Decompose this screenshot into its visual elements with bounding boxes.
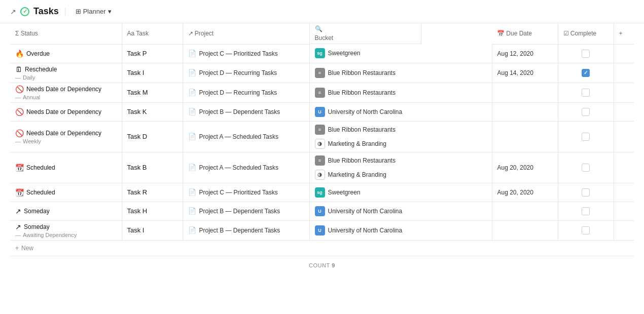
status-column-header[interactable]: Σ Status: [10, 23, 122, 44]
status-icon: 🗓: [15, 65, 22, 73]
task-cell-1[interactable]: Task P: [122, 44, 183, 63]
complete-checkbox[interactable]: [582, 108, 590, 116]
complete-cell-6[interactable]: [558, 152, 614, 183]
project-label: Project B — Dependent Tasks: [199, 208, 280, 215]
bucket-label: Sweetgreen: [328, 50, 361, 57]
task-cell-3[interactable]: Task M: [122, 83, 183, 102]
status-icon: 🔥: [15, 50, 24, 58]
project-cell-6[interactable]: 📄Project A — Scheduled Tasks: [183, 152, 309, 183]
status-badge: 🚫Needs Date or Dependency: [15, 85, 117, 93]
task-name: Task B: [122, 160, 183, 175]
bucket-label: Blue Ribbon Restaurants: [328, 89, 396, 96]
complete-cell-2[interactable]: [558, 63, 614, 83]
bucket-column-header[interactable]: 🔍 Bucket: [310, 23, 421, 44]
status-label: Scheduled: [26, 189, 55, 196]
status-label: Needs Date or Dependency: [26, 86, 101, 93]
complete-checkbox[interactable]: [582, 69, 590, 77]
project-cell-2[interactable]: 📄Project D — Recurring Tasks: [183, 63, 309, 83]
complete-checkbox[interactable]: [582, 133, 590, 141]
due-date-cell-2: Aug 14, 2020: [492, 63, 558, 83]
status-sub-label: — Weekly: [15, 138, 117, 144]
bucket-avatar-br: ≡: [315, 68, 325, 78]
task-name: Task M: [122, 85, 183, 100]
complete-cell-4[interactable]: [558, 102, 614, 121]
bucket-row: UUniversity of North Carolina: [310, 104, 492, 120]
task-cell-6[interactable]: Task B: [122, 152, 183, 183]
bucket-cell-8: UUniversity of North Carolina: [309, 202, 492, 220]
project-cell-9[interactable]: 📄Project B — Dependent Tasks: [183, 220, 309, 240]
project-column-header[interactable]: ↗ Project: [183, 23, 309, 44]
complete-cell-8[interactable]: [558, 202, 614, 220]
status-cell-5: 🚫Needs Date or Dependency— Weekly: [10, 121, 122, 152]
complete-checkbox[interactable]: [582, 89, 590, 97]
complete-checkbox[interactable]: [582, 188, 590, 197]
project-cell-8[interactable]: 📄Project B — Dependent Tasks: [183, 202, 309, 220]
bucket-cell-3: ≡Blue Ribbon Restaurants: [309, 83, 492, 102]
project-label: Project A — Scheduled Tasks: [199, 164, 279, 171]
task-cell-2[interactable]: Task I: [122, 63, 183, 83]
due-date-value: Aug 20, 2020: [492, 160, 558, 175]
due-date-value: [492, 89, 558, 97]
status-cell-9: ↗Someday— Awaiting Dependency: [10, 220, 122, 240]
bucket-avatar-unc: U: [315, 206, 325, 216]
status-icon: 🚫: [15, 108, 24, 116]
task-cell-9[interactable]: Task I: [122, 220, 183, 240]
project-cell-1[interactable]: 📄Project C — Prioritized Tasks: [183, 44, 309, 63]
complete-checkbox[interactable]: [582, 226, 590, 234]
complete-cell-9[interactable]: [558, 220, 614, 240]
complete-checkbox[interactable]: [582, 50, 590, 58]
status-label: Someday: [24, 208, 50, 215]
calendar-icon: 📅: [497, 30, 505, 37]
due-date-column-header[interactable]: 📅 Due Date: [492, 23, 558, 44]
status-icon: ↗: [15, 223, 21, 231]
new-button[interactable]: +New: [15, 245, 629, 252]
complete-cell-3[interactable]: [558, 83, 614, 102]
add-cell: [614, 121, 634, 152]
document-icon: 📄: [188, 108, 196, 115]
bucket-avatar-sg: sg: [315, 187, 325, 198]
task-cell-4[interactable]: Task K: [122, 102, 183, 121]
bucket-row: UUniversity of North Carolina: [310, 203, 492, 219]
status-badge: 🗓Reschedule: [15, 65, 117, 73]
task-cell-7[interactable]: Task R: [122, 183, 183, 202]
planner-button[interactable]: ⊞ Planner ▾: [71, 6, 116, 17]
due-date-value: Aug 12, 2020: [492, 46, 558, 61]
task-cell-5[interactable]: Task D: [122, 121, 183, 152]
table-row: 📆ScheduledTask B📄Project A — Scheduled T…: [10, 152, 634, 183]
task-name: Task R: [122, 184, 183, 200]
task-name: Task K: [122, 104, 183, 120]
document-icon: 📄: [188, 207, 196, 215]
bucket-cell-1: sgSweetgreen: [309, 44, 492, 63]
due-date-value: Aug 14, 2020: [492, 65, 558, 81]
due-date-cell-3: [492, 83, 558, 102]
complete-cell-7[interactable]: [558, 183, 614, 202]
status-cell-2: 🗓Reschedule— Daily: [10, 63, 122, 83]
complete-cell-5[interactable]: [558, 121, 614, 152]
project-label: Project D — Recurring Tasks: [199, 89, 277, 96]
add-column-header[interactable]: +: [614, 23, 634, 44]
complete-cell-1[interactable]: [558, 44, 614, 63]
status-icon: 🚫: [15, 129, 24, 137]
project-cell-7[interactable]: 📄Project C — Prioritized Tasks: [183, 183, 309, 202]
bucket-row: sgSweetgreen: [310, 45, 492, 61]
task-name: Task D: [122, 129, 183, 144]
status-cell-4: 🚫Needs Date or Dependency: [10, 102, 122, 121]
project-cell-5[interactable]: 📄Project A — Scheduled Tasks: [183, 121, 309, 152]
bucket-label: Marketing & Branding: [328, 140, 386, 147]
task-cell-8[interactable]: Task H: [122, 202, 183, 220]
due-date-cell-9: [492, 220, 558, 240]
project-cell-3[interactable]: 📄Project D — Recurring Tasks: [183, 83, 309, 102]
task-name: Task I: [122, 65, 183, 81]
page-title: Tasks: [33, 6, 59, 17]
bucket-avatar-mkt: ◑: [315, 139, 325, 149]
new-row-cell: +New: [10, 240, 634, 256]
project-cell-4[interactable]: 📄Project B — Dependent Tasks: [183, 102, 309, 121]
complete-checkbox[interactable]: [582, 207, 590, 215]
task-column-header[interactable]: Aa Task: [122, 23, 183, 44]
chevron-down-icon: ▾: [108, 8, 112, 15]
complete-checkbox[interactable]: [582, 164, 590, 172]
bucket-cell-7: sgSweetgreen: [309, 183, 492, 202]
bucket-avatar-unc: U: [315, 107, 325, 117]
table-row: ↗SomedayTask H📄Project B — Dependent Tas…: [10, 202, 634, 220]
complete-column-header[interactable]: ☑ Complete: [558, 23, 614, 44]
